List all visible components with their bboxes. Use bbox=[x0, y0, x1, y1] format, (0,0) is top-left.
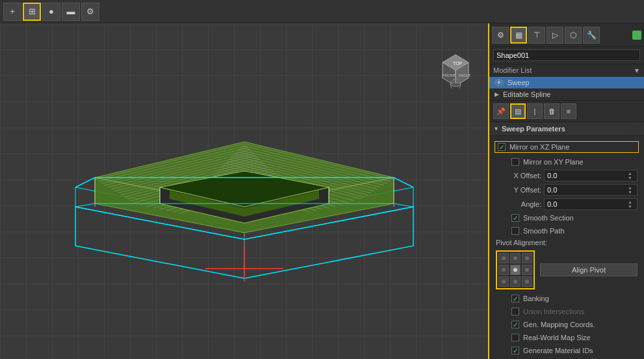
angle-label: Angle: bbox=[496, 200, 541, 208]
toolbar-tool-btn[interactable]: ⚙ bbox=[81, 3, 99, 21]
mirror-xy-row: Mirror on XY Plane bbox=[489, 155, 644, 168]
sub-tool-config[interactable]: ≡ bbox=[561, 103, 576, 119]
pivot-cell-bc[interactable] bbox=[510, 276, 521, 287]
union-intersections-checkbox[interactable] bbox=[511, 308, 519, 315]
smooth-path-label: Smooth Path bbox=[523, 227, 565, 235]
modifier-stack: 👁 Sweep ▶ Editable Spline bbox=[489, 77, 644, 101]
pivot-cell-ml[interactable] bbox=[498, 265, 509, 275]
pivot-grid bbox=[496, 250, 535, 289]
align-pivot-button[interactable]: Align Pivot bbox=[540, 263, 638, 276]
union-intersections-label: Union Intersections bbox=[523, 308, 584, 315]
sweep-params-body: ✓ Mirror on XZ Plane Mirror on XY Plane … bbox=[489, 136, 644, 359]
pivot-cell-mr[interactable] bbox=[522, 265, 532, 275]
union-intersections-row: Union Intersections bbox=[489, 305, 644, 318]
sub-toolbar: 📌 ▤ | 🗑 ≡ bbox=[489, 101, 644, 122]
panel-icon-hierarchy[interactable]: ⊤ bbox=[528, 27, 545, 44]
panel-top-icons: ⚙ ▦ ⊤ ▷ ⬡ 🔧 bbox=[489, 23, 644, 47]
mirror-xy-label: Mirror on XY Plane bbox=[523, 158, 584, 166]
modifier-spline-label: Editable Spline bbox=[503, 90, 639, 98]
angle-down[interactable]: ▼ bbox=[628, 204, 634, 209]
main-area: TOP FRONT RIGHT ⚙ ▦ ⊤ ▷ ⬡ 🔧 bbox=[0, 23, 644, 359]
smooth-section-check: ✓ bbox=[513, 215, 518, 222]
gen-mapping-check: ✓ bbox=[513, 321, 518, 328]
smooth-section-checkbox[interactable]: ✓ bbox=[511, 214, 519, 222]
gen-material-label: Generate Material IDs bbox=[523, 347, 593, 354]
angle-spinner[interactable]: ▲ ▼ bbox=[628, 200, 634, 209]
toolbar-rect-btn[interactable]: ▬ bbox=[62, 3, 80, 21]
gen-material-row: ✓ Generate Material IDs bbox=[489, 344, 644, 357]
sub-tool-delete[interactable]: 🗑 bbox=[544, 103, 560, 119]
pivot-cell-tr[interactable] bbox=[522, 253, 532, 263]
gen-material-checkbox[interactable]: ✓ bbox=[511, 347, 519, 354]
svg-text:TOP: TOP bbox=[453, 61, 463, 66]
toolbar-grid-btn[interactable]: ⊞ bbox=[23, 3, 41, 21]
x-offset-row: X Offset: 0.0 ▲ ▼ bbox=[489, 168, 644, 183]
smooth-section-label: Smooth Section bbox=[523, 214, 574, 222]
modifier-sweep-label: Sweep bbox=[508, 79, 639, 86]
svg-text:FRONT: FRONT bbox=[443, 73, 456, 77]
mirror-xz-row: ✓ Mirror on XZ Plane bbox=[495, 141, 639, 153]
section-toggle-icon: ▼ bbox=[493, 126, 499, 132]
panel-scroll[interactable]: ▼ Sweep Parameters · · · ✓ Mirror on XZ … bbox=[489, 122, 644, 359]
sweep-params-title: Sweep Parameters bbox=[502, 125, 565, 133]
real-world-checkbox[interactable] bbox=[511, 334, 519, 341]
modifier-expand-arrow: ▶ bbox=[495, 91, 499, 98]
angle-up[interactable]: ▲ bbox=[628, 200, 634, 204]
viewport[interactable]: TOP FRONT RIGHT bbox=[0, 23, 488, 359]
nav-cube[interactable]: TOP FRONT RIGHT bbox=[436, 49, 475, 88]
y-offset-value[interactable]: 0.0 ▲ ▼ bbox=[544, 184, 638, 196]
modifier-list-label: Modifier List bbox=[493, 66, 634, 74]
smooth-path-checkbox[interactable] bbox=[511, 227, 519, 235]
banking-checkbox[interactable]: ✓ bbox=[511, 295, 519, 302]
right-panel: ⚙ ▦ ⊤ ▷ ⬡ 🔧 Modifier List ▼ 👁 Sweep ▶ bbox=[488, 23, 644, 359]
gen-mapping-row: ✓ Gen. Mapping Coords. bbox=[489, 318, 644, 331]
toolbar-plus-btn[interactable]: + bbox=[3, 3, 21, 21]
panel-icon-motion[interactable]: ▷ bbox=[547, 27, 563, 44]
panel-icon-display[interactable]: ⬡ bbox=[565, 27, 582, 44]
panel-icon-utility[interactable]: 🔧 bbox=[583, 27, 600, 44]
x-offset-spinner[interactable]: ▲ ▼ bbox=[628, 171, 634, 180]
pivot-cell-tc[interactable] bbox=[510, 253, 521, 263]
top-toolbar: + ⊞ ● ▬ ⚙ bbox=[0, 0, 644, 23]
modifier-sweep[interactable]: 👁 Sweep bbox=[489, 77, 644, 88]
pivot-cell-br[interactable] bbox=[522, 276, 532, 287]
sub-tool-pin[interactable]: 📌 bbox=[493, 103, 509, 119]
mirror-xz-checkbox[interactable]: ✓ bbox=[498, 143, 506, 151]
svg-point-57 bbox=[450, 83, 461, 86]
angle-value[interactable]: 0.0 ▲ ▼ bbox=[544, 198, 638, 210]
gen-mapping-label: Gen. Mapping Coords. bbox=[523, 321, 595, 328]
section-dots: · · · bbox=[565, 126, 640, 132]
sub-tool-list[interactable]: ▤ bbox=[510, 103, 526, 119]
sub-tool-pipe[interactable]: | bbox=[527, 103, 543, 119]
svg-text:RIGHT: RIGHT bbox=[459, 73, 471, 77]
pivot-cell-mc[interactable] bbox=[510, 265, 521, 275]
modifier-editable-spline[interactable]: ▶ Editable Spline bbox=[489, 88, 644, 100]
pivot-alignment-label: Pivot Alignment: bbox=[489, 237, 644, 248]
y-offset-spinner[interactable]: ▲ ▼ bbox=[628, 185, 634, 194]
mirror-xz-check: ✓ bbox=[499, 144, 504, 151]
modifier-eye-sweep[interactable]: 👁 bbox=[495, 79, 504, 86]
modifier-list-dropdown[interactable]: Modifier List ▼ bbox=[489, 64, 644, 77]
modifier-list-arrow: ▼ bbox=[634, 67, 640, 74]
mirror-xy-checkbox[interactable] bbox=[511, 158, 519, 166]
active-indicator bbox=[632, 31, 641, 40]
x-offset-down[interactable]: ▼ bbox=[628, 176, 634, 180]
panel-icon-modify[interactable]: ▦ bbox=[510, 27, 527, 44]
sweep-params-header[interactable]: ▼ Sweep Parameters · · · bbox=[489, 122, 644, 136]
pivot-cell-tl[interactable] bbox=[498, 253, 509, 263]
pivot-cell-bl[interactable] bbox=[498, 276, 509, 287]
panel-icon-create[interactable]: ⚙ bbox=[492, 27, 509, 44]
toolbar-circle-btn[interactable]: ● bbox=[42, 3, 60, 21]
gen-mapping-checkbox[interactable]: ✓ bbox=[511, 321, 519, 328]
x-offset-value[interactable]: 0.0 ▲ ▼ bbox=[544, 170, 638, 181]
smooth-path-row: Smooth Path bbox=[489, 224, 644, 237]
shape-name-input[interactable] bbox=[493, 49, 640, 61]
real-world-label: Real-World Map Size bbox=[523, 334, 591, 341]
y-offset-down[interactable]: ▼ bbox=[628, 190, 634, 194]
y-offset-up[interactable]: ▲ bbox=[628, 185, 634, 190]
y-offset-row: Y Offset: 0.0 ▲ ▼ bbox=[489, 183, 644, 197]
gen-material-check: ✓ bbox=[513, 347, 518, 354]
real-world-row: Real-World Map Size bbox=[489, 331, 644, 344]
x-offset-up[interactable]: ▲ bbox=[628, 171, 634, 176]
pivot-grid-container: Align Pivot bbox=[489, 248, 644, 292]
